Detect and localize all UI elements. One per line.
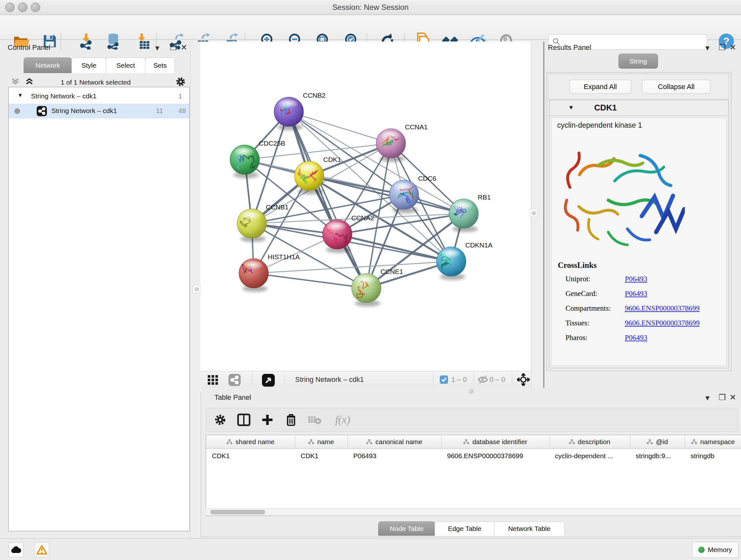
column-header-database-identifier[interactable]: database identifier [441,435,549,449]
column-header-name[interactable]: name [295,435,347,449]
control-panel-float-icon[interactable]: ❒ [170,43,177,52]
horizontal-splitter[interactable] [200,388,531,392]
crosslink-uniprot-link[interactable]: P06493 [625,275,647,283]
crosslink-tissues-link[interactable]: 9606.ENSP00000378699 [625,319,700,327]
table-cell[interactable]: stringdb:9... [630,449,685,463]
column-type-icon [647,439,653,444]
tab-style[interactable]: Style [71,57,106,73]
tab-select[interactable]: Select [106,57,145,73]
cloud-status-icon[interactable] [9,543,23,557]
protein-card-collapse-icon[interactable]: ▼ [568,104,574,111]
table-panel-collapse-icon[interactable]: ▼ [704,394,711,402]
crosslink-label: Tissues: [565,319,590,327]
table-cell[interactable]: cyclin-dependent ... [549,449,630,463]
network-view-toolbar: String Network – cdk1 1 – 0 0 – 0 [200,371,531,388]
control-panel-close-icon[interactable]: ✕ [181,43,187,52]
import-network-file-icon[interactable] [77,32,95,51]
crosslink-genecard-link[interactable]: P06493 [625,290,647,298]
table-toolbar: f(x) [206,408,738,432]
table-panel-float-icon[interactable]: ❒ [719,393,726,402]
right-splitter-handle[interactable] [530,209,537,217]
column-header-description[interactable]: description [549,435,630,449]
table-cell[interactable]: 9606.ENSP00000378699 [441,449,549,463]
node-label: CDC25B [259,139,285,147]
table-cell[interactable]: P06493 [347,449,441,463]
network-selected-status: 1 of 1 Network selected [61,78,131,86]
birds-eye-view-icon[interactable] [262,374,273,385]
add-column-icon[interactable] [260,413,274,427]
network-view-dot-icon [14,108,20,114]
node-label: CCNE1 [381,268,403,275]
table-cell[interactable]: stringdb [685,449,741,463]
warning-icon[interactable] [35,543,49,557]
results-panel-close-icon[interactable]: ✕ [730,43,736,52]
node-label: CCNB2 [303,91,326,99]
grid-view-icon[interactable] [207,374,219,385]
collapse-all-networks-icon[interactable] [10,76,21,87]
network-canvas[interactable]: CCNB2CCNA1CDC25BCDK1CDC6RB1CCNB1CCNA2CDK… [200,42,531,371]
network-row-selected[interactable]: String Network – cdk1 11 48 [9,104,189,118]
network-node-ccna1[interactable]: CCNA1 [376,123,428,162]
table-cell[interactable]: CDK1 [206,449,295,463]
network-collection-row[interactable]: ▼ String Network – cdk1 1 [9,89,189,104]
tab-network-table[interactable]: Network Table [494,521,564,536]
collection-expand-icon[interactable]: ▼ [17,92,23,99]
crosslink-pharos-link[interactable]: P06493 [625,334,647,342]
tab-sets[interactable]: Sets [145,57,175,73]
table-horizontal-scrollbar[interactable] [206,508,741,516]
network-node-cdkn1a[interactable]: CDKN1A [436,241,492,280]
network-options-gear-icon[interactable] [174,75,187,88]
collapse-all-button[interactable]: Collapse All [642,80,711,94]
import-table-file-icon[interactable] [134,32,151,51]
control-panel-collapse-icon[interactable]: ▼ [154,44,161,52]
node-table: shared name name canonical name database… [206,435,741,516]
results-panel-title: Results Panel [548,44,591,52]
scrollbar-thumb[interactable] [210,510,265,514]
tab-node-table[interactable]: Node Table [378,521,435,536]
results-panel-float-icon[interactable]: ❒ [719,43,726,52]
selected-counts: 1 – 0 [451,371,467,388]
horizontal-splitter-handle[interactable] [468,388,474,394]
network-node-ccnb1[interactable]: CCNB1 [237,203,288,242]
selected-checkbox-icon[interactable] [440,375,448,384]
tab-network[interactable]: Network [23,57,72,73]
import-network-database-icon[interactable] [105,32,122,51]
network-graph[interactable]: CCNB2CCNA1CDC25BCDK1CDC6RB1CCNB1CCNA2CDK… [200,42,531,371]
table-cell[interactable]: CDK1 [295,449,347,463]
network-node-cdk1[interactable]: CDK1 [294,156,341,194]
panel-bottom-divider [200,537,741,537]
column-type-icon [691,439,697,444]
memory-button[interactable]: Memory [692,542,738,558]
network-share-icon[interactable] [228,374,240,385]
column-header-id[interactable]: @id [630,435,685,449]
toolbar-separator [285,373,285,386]
show-columns-icon[interactable] [237,413,251,427]
fit-content-crosshair-icon[interactable] [517,373,530,386]
crosslink-label: Pharos: [565,334,588,342]
table-settings-gear-icon[interactable] [213,413,227,427]
toolbar-separator [512,373,512,386]
crosslink-compartments-link[interactable]: 9606.ENSP00000378699 [625,304,700,313]
results-tab-string[interactable]: String [618,54,658,69]
hidden-eye-icon[interactable] [477,375,489,386]
title-bar: Session: New Session [0,0,741,15]
column-header-canonical-name[interactable]: canonical name [347,435,441,449]
column-header-shared-name[interactable]: shared name [206,435,295,449]
delete-table-icon [308,413,322,427]
delete-column-trash-icon[interactable] [284,413,298,427]
expand-all-networks-icon[interactable] [23,76,35,87]
results-panel-body: Expand All Collapse All ▼ CDK1 cyclin-de… [546,72,731,371]
network-node-ccnb2[interactable]: CCNB2 [274,91,326,130]
column-type-icon [226,439,232,444]
column-header-namespace[interactable]: namespace [685,435,741,449]
network-node-rb1[interactable]: RB1 [449,193,491,232]
results-panel-collapse-icon[interactable]: ▼ [704,44,711,52]
expand-all-button[interactable]: Expand All [569,80,631,94]
table-panel-close-icon[interactable]: ✕ [730,393,736,402]
toolbar-separator [61,34,61,50]
crosslink-label: Compartments: [565,304,611,313]
column-type-icon [463,439,469,444]
tab-edge-table[interactable]: Edge Table [434,521,495,536]
toolbar-separator [474,373,474,386]
left-splitter-handle[interactable] [193,285,200,293]
